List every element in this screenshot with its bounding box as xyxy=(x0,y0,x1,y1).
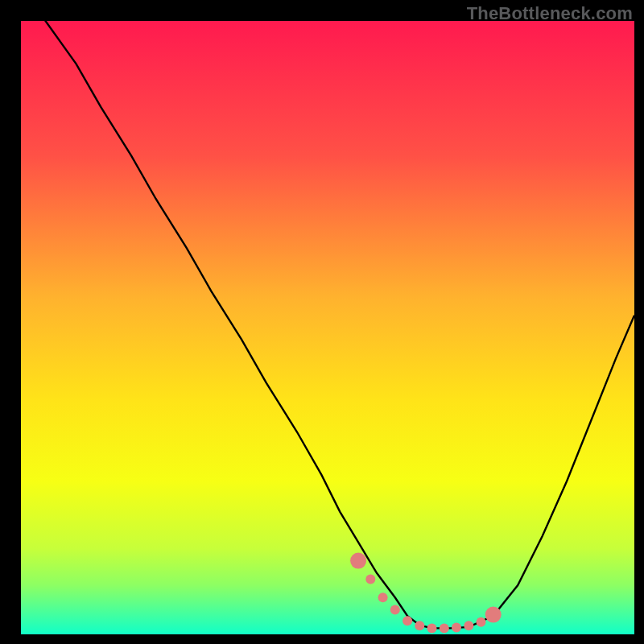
trough-marker xyxy=(350,553,366,569)
watermark-text: TheBottleneck.com xyxy=(467,3,633,24)
gradient-background xyxy=(21,21,634,634)
trough-marker xyxy=(452,623,461,633)
trough-marker xyxy=(464,621,473,630)
trough-marker xyxy=(390,605,400,615)
bottleneck-chart xyxy=(21,21,634,634)
trough-marker xyxy=(415,621,424,630)
trough-marker xyxy=(485,607,502,623)
trough-marker xyxy=(440,623,449,633)
trough-marker xyxy=(378,592,388,602)
trough-marker xyxy=(365,574,375,584)
chart-frame xyxy=(21,21,634,634)
trough-marker xyxy=(477,617,486,627)
trough-marker xyxy=(402,616,412,625)
trough-marker xyxy=(427,623,437,633)
